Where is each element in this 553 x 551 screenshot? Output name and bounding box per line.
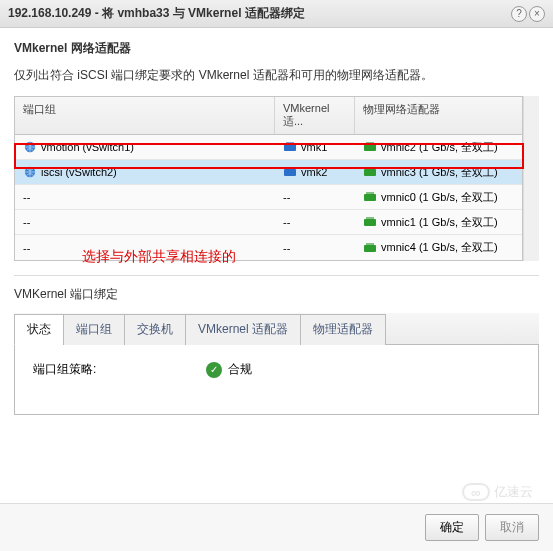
port-group-text: -- — [23, 191, 30, 203]
cell-physical: vmnic3 (1 Gb/s, 全双工) — [355, 162, 522, 183]
watermark: ∞ 亿速云 — [462, 483, 533, 501]
th-port-group[interactable]: 端口组 — [15, 97, 275, 134]
policy-value-wrap: ✓合规 — [206, 361, 252, 378]
cell-port-group: -- — [15, 188, 275, 206]
section-heading: VMkernel 网络适配器 — [14, 40, 539, 57]
physical-text: vmnic4 (1 Gb/s, 全双工) — [381, 240, 498, 255]
svg-rect-2 — [286, 142, 294, 145]
tab-bar: 状态端口组交换机VMkernel 适配器物理适配器 — [14, 313, 539, 345]
cell-vmkernel: vmk2 — [275, 163, 355, 181]
nic-icon — [363, 216, 377, 228]
dialog-footer: 确定 取消 — [0, 503, 553, 551]
table-row[interactable]: ----vmnic0 (1 Gb/s, 全双工) — [15, 185, 522, 210]
tab-3[interactable]: VMkernel 适配器 — [185, 314, 301, 345]
vmkernel-text: -- — [283, 216, 290, 228]
cell-vmkernel: -- — [275, 213, 355, 231]
nic-icon — [363, 166, 377, 178]
nic-icon — [363, 191, 377, 203]
cell-physical: vmnic2 (1 Gb/s, 全双工) — [355, 137, 522, 158]
th-vmkernel[interactable]: VMkernel 适... — [275, 97, 355, 134]
svg-rect-12 — [364, 219, 376, 226]
tab-0[interactable]: 状态 — [14, 314, 64, 345]
cell-physical: vmnic0 (1 Gb/s, 全双工) — [355, 187, 522, 208]
port-group-text: vmotion (vSwitch1) — [41, 141, 134, 153]
scrollbar[interactable] — [523, 96, 539, 261]
svg-rect-15 — [366, 243, 374, 246]
physical-text: vmnic3 (1 Gb/s, 全双工) — [381, 165, 498, 180]
tab-4[interactable]: 物理适配器 — [300, 314, 386, 345]
svg-rect-4 — [366, 142, 374, 145]
table-row[interactable]: vmotion (vSwitch1)vmk1vmnic2 (1 Gb/s, 全双… — [15, 135, 522, 160]
cell-vmkernel: -- — [275, 239, 355, 257]
vmkernel-text: -- — [283, 242, 290, 254]
check-icon: ✓ — [206, 362, 222, 378]
ok-button[interactable]: 确定 — [425, 514, 479, 541]
globe-icon — [23, 166, 37, 178]
watermark-icon: ∞ — [462, 483, 490, 501]
nic-icon — [363, 242, 377, 254]
tab-content-status: 端口组策略: ✓合规 — [14, 345, 539, 415]
policy-label: 端口组策略: — [33, 361, 96, 378]
main-panel: VMkernel 网络适配器 仅列出符合 iSCSI 端口绑定要求的 VMker… — [0, 28, 553, 415]
svg-rect-10 — [364, 194, 376, 201]
svg-rect-11 — [366, 192, 374, 195]
svg-rect-7 — [286, 167, 294, 170]
annotation-text: 选择与外部共享相连接的 — [82, 248, 236, 266]
globe-icon — [23, 141, 37, 153]
vmkernel-text: vmk1 — [301, 141, 327, 153]
table-body: vmotion (vSwitch1)vmk1vmnic2 (1 Gb/s, 全双… — [15, 135, 522, 260]
titlebar: 192.168.10.249 - 将 vmhba33 与 VMkernel 适配… — [0, 0, 553, 28]
svg-rect-9 — [366, 167, 374, 170]
physical-text: vmnic1 (1 Gb/s, 全双工) — [381, 215, 498, 230]
help-icon[interactable]: ? — [511, 6, 527, 22]
vmkernel-text: vmk2 — [301, 166, 327, 178]
cell-port-group: iscsi (vSwitch2) — [15, 163, 275, 181]
port-group-text: -- — [23, 242, 30, 254]
titlebar-controls: ? × — [511, 6, 545, 22]
tab-2[interactable]: 交换机 — [124, 314, 186, 345]
section-description: 仅列出符合 iSCSI 端口绑定要求的 VMkernel 适配器和可用的物理网络… — [14, 67, 539, 84]
table-header: 端口组 VMkernel 适... 物理网络适配器 — [15, 97, 522, 135]
svg-rect-6 — [284, 169, 296, 176]
adapter-table-outer: 端口组 VMkernel 适... 物理网络适配器 vmotion (vSwit… — [14, 96, 539, 261]
physical-text: vmnic0 (1 Gb/s, 全双工) — [381, 190, 498, 205]
svg-rect-1 — [284, 144, 296, 151]
policy-row: 端口组策略: ✓合规 — [33, 361, 520, 378]
nic-icon — [283, 166, 297, 178]
close-icon[interactable]: × — [529, 6, 545, 22]
watermark-text: 亿速云 — [494, 483, 533, 501]
nic-icon — [283, 141, 297, 153]
window-title: 192.168.10.249 - 将 vmhba33 与 VMkernel 适配… — [8, 5, 511, 22]
cell-port-group: -- — [15, 213, 275, 231]
nic-icon — [363, 141, 377, 153]
cell-physical: vmnic1 (1 Gb/s, 全双工) — [355, 212, 522, 233]
table-row[interactable]: ----vmnic1 (1 Gb/s, 全双工) — [15, 210, 522, 235]
cell-port-group: vmotion (vSwitch1) — [15, 138, 275, 156]
th-physical[interactable]: 物理网络适配器 — [355, 97, 522, 134]
table-row[interactable]: iscsi (vSwitch2)vmk2vmnic3 (1 Gb/s, 全双工) — [15, 160, 522, 185]
lower-heading: VMKernel 端口绑定 — [14, 286, 539, 303]
cell-physical: vmnic4 (1 Gb/s, 全双工) — [355, 237, 522, 258]
svg-rect-13 — [366, 217, 374, 220]
adapter-table: 端口组 VMkernel 适... 物理网络适配器 vmotion (vSwit… — [14, 96, 523, 261]
svg-rect-14 — [364, 245, 376, 252]
port-group-text: -- — [23, 216, 30, 228]
cell-vmkernel: vmk1 — [275, 138, 355, 156]
cancel-button[interactable]: 取消 — [485, 514, 539, 541]
port-group-text: iscsi (vSwitch2) — [41, 166, 117, 178]
tab-1[interactable]: 端口组 — [63, 314, 125, 345]
svg-rect-8 — [364, 169, 376, 176]
policy-value: 合规 — [228, 362, 252, 376]
lower-section: VMKernel 端口绑定 状态端口组交换机VMkernel 适配器物理适配器 … — [14, 275, 539, 415]
svg-rect-3 — [364, 144, 376, 151]
cell-vmkernel: -- — [275, 188, 355, 206]
vmkernel-text: -- — [283, 191, 290, 203]
physical-text: vmnic2 (1 Gb/s, 全双工) — [381, 140, 498, 155]
